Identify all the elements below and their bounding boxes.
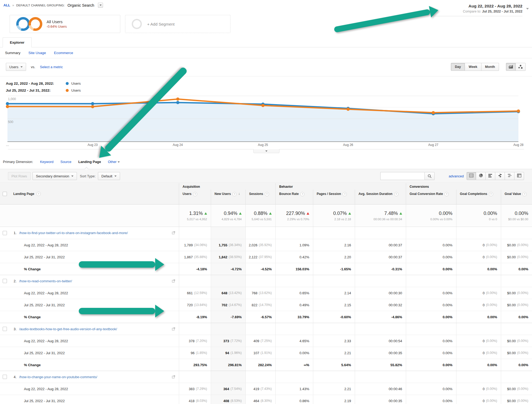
select-all-checkbox[interactable] <box>3 192 7 196</box>
help-icon[interactable] <box>343 192 347 196</box>
metric-cell: -4.86% <box>355 311 406 323</box>
dimension-landing-page-active[interactable]: Landing Page <box>78 160 101 164</box>
tab-explorer[interactable]: Explorer <box>3 37 32 47</box>
view-comparison-button[interactable] <box>495 172 505 180</box>
date-range-chevron-icon[interactable] <box>526 8 529 10</box>
metric-cell: 0.00% <box>456 311 501 323</box>
breadcrumb-all-link[interactable]: ALL <box>3 3 10 7</box>
metric-select-button[interactable]: Users <box>6 63 26 71</box>
data-point-current[interactable] <box>176 101 179 104</box>
help-icon[interactable] <box>265 192 269 196</box>
table-row: 3./audio-textbooks-how-to-get-free-audio… <box>0 323 532 335</box>
dimension-keyword-link[interactable]: Keyword <box>40 160 53 164</box>
table-toolbar: Plot Rows Secondary dimension Sort Type:… <box>0 169 532 183</box>
landing-page-column-header[interactable]: Landing Page <box>13 192 34 196</box>
landing-page-link[interactable]: /how-to-read-comments-on-twitter/ <box>19 279 72 283</box>
metric-cell: 0.00% <box>501 359 532 371</box>
row-checkbox[interactable] <box>3 327 7 331</box>
column-header-goal-completions[interactable]: Goal Completions <box>456 190 501 205</box>
data-point-compare[interactable] <box>517 109 520 113</box>
view-pivot-button[interactable] <box>514 172 524 180</box>
open-page-button[interactable] <box>172 279 175 284</box>
sort-type-button[interactable]: Default <box>98 172 120 180</box>
view-performance-button[interactable] <box>486 172 495 180</box>
data-point-current[interactable] <box>6 102 9 105</box>
metric-cell: 720(13.84%) <box>179 299 211 311</box>
metric-cell: 648(13.42%) <box>211 287 245 299</box>
segment-all-users[interactable]: All Users -0.64% Users <box>10 15 120 33</box>
data-point-compare[interactable] <box>6 105 9 108</box>
row-checkbox[interactable] <box>3 231 7 235</box>
external-link-icon <box>172 327 175 330</box>
add-segment-button[interactable]: + Add Segment <box>125 15 230 33</box>
dimension-other-link[interactable]: Other <box>108 160 119 164</box>
column-header-sessions[interactable]: Sessions <box>245 190 275 205</box>
metric-cell: 0.49% <box>275 299 313 311</box>
help-icon[interactable] <box>394 192 398 196</box>
subtab-summary[interactable]: Summary <box>5 51 20 55</box>
view-term-cloud-button[interactable] <box>505 172 514 180</box>
column-header-goal-conversion-rate[interactable]: Goal Conversion Rate <box>406 190 456 205</box>
help-icon[interactable] <box>300 192 304 196</box>
granularity-week-button[interactable]: Week <box>465 63 481 71</box>
segment-title: All Users <box>47 19 67 24</box>
granularity-day-button[interactable]: Day <box>451 63 465 71</box>
search-button[interactable] <box>424 172 435 180</box>
annotation-arrow-percent-change-2 <box>79 308 155 314</box>
column-header-pages-session[interactable]: Pages / Session <box>313 190 355 205</box>
row-checkbox[interactable] <box>3 375 7 379</box>
external-link-icon <box>172 231 175 234</box>
select-a-metric-link[interactable]: Select a metric <box>40 65 63 69</box>
landing-page-link[interactable]: /how-to-change-your-name-on-youtube-comm… <box>19 375 97 379</box>
help-icon[interactable] <box>489 192 493 196</box>
motion-chart-view-button[interactable] <box>516 63 526 71</box>
period-label: Aug 22, 2022 - Aug 28, 2022 <box>0 335 179 347</box>
column-header-users[interactable]: Users <box>179 190 211 205</box>
data-point-compare[interactable] <box>261 104 265 107</box>
granularity-month-button[interactable]: Month <box>481 63 499 71</box>
performance-icon <box>488 174 493 178</box>
view-percentage-button[interactable] <box>476 172 486 180</box>
data-point-compare[interactable] <box>432 111 435 114</box>
secondary-dimension-button[interactable]: Secondary dimension <box>32 172 77 180</box>
column-header-bounce-rate[interactable]: Bounce Rate <box>275 190 313 205</box>
sort-descending-icon[interactable] <box>238 191 240 195</box>
column-header-new-users[interactable]: New Users <box>211 190 245 205</box>
column-header-avg-session-duration[interactable]: Avg. Session Duration <box>355 190 406 205</box>
help-icon[interactable] <box>522 192 527 196</box>
breadcrumb-dropdown-button[interactable] <box>98 3 103 8</box>
chart-expander-tab[interactable] <box>253 149 279 153</box>
help-icon[interactable] <box>36 192 41 196</box>
table-search-input[interactable] <box>380 172 424 180</box>
plot-rows-button[interactable]: Plot Rows <box>8 172 31 180</box>
date-range-selector[interactable]: Aug 22, 2022 - Aug 28, 2022 Compare to: … <box>435 4 522 16</box>
table-totals-row: 1.31%5,017 vs 4,9520.94%4,829 vs 4,7840.… <box>0 205 532 227</box>
open-page-button[interactable] <box>172 231 175 235</box>
subtab-site-usage[interactable]: Site Usage <box>28 51 46 55</box>
total-metric-cell: 0.94%4,829 vs 4,784 <box>211 205 245 227</box>
dimension-source-link[interactable]: Source <box>60 160 71 164</box>
line-chart-view-button[interactable] <box>506 63 516 71</box>
data-point-compare[interactable] <box>176 97 179 101</box>
advanced-search-link[interactable]: advanced <box>449 174 464 178</box>
help-icon[interactable] <box>232 192 237 196</box>
table-icon <box>469 174 473 178</box>
view-table-button[interactable] <box>467 172 476 180</box>
data-point-compare[interactable] <box>347 108 350 111</box>
row-checkbox[interactable] <box>3 279 7 283</box>
external-link-icon <box>172 279 175 283</box>
users-trend-chart[interactable]: 1,000500 <box>0 94 532 143</box>
subtab-ecommerce[interactable]: Ecommerce <box>54 51 73 55</box>
metric-cell: 4.65% <box>275 335 313 347</box>
landing-page-link[interactable]: /audio-textbooks-how-to-get-free-audio-v… <box>19 327 117 331</box>
chevron-down-icon <box>265 150 267 152</box>
column-header-goal-value[interactable]: Goal Value <box>501 190 532 205</box>
data-point-current[interactable] <box>91 102 94 105</box>
open-page-button[interactable] <box>172 375 175 379</box>
open-page-button[interactable] <box>172 327 175 332</box>
help-icon[interactable] <box>444 192 449 196</box>
landing-page-link[interactable]: /how-to-find-your-twitter-url-to-share-o… <box>19 231 128 235</box>
data-point-compare[interactable] <box>91 105 94 108</box>
header-group-label: Behavior <box>275 183 406 190</box>
help-icon[interactable] <box>193 192 197 196</box>
